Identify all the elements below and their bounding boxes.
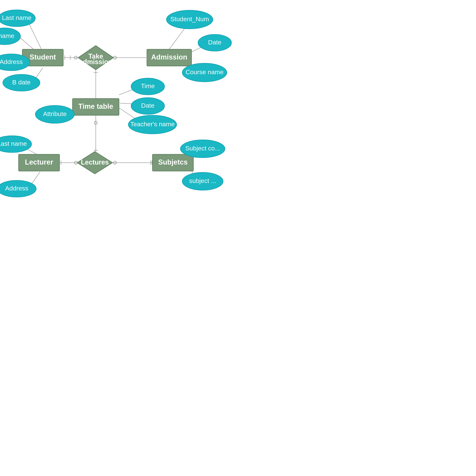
entity-subjetcs-label: Subjetcs [158,158,187,166]
relationship-lectures-label: Lectures [81,158,109,166]
attr-subject-code-label: Subject co... [185,145,220,152]
attr-date-top-label: Date [208,39,221,46]
relationship-take-admission-label2: admission [79,58,112,66]
er-diagram: Student Admission Time table Lecturer Su… [0,0,476,476]
entity-student-label: Student [30,53,56,61]
attr-f-name-label: f name [0,32,14,39]
attr-teachers-name-label: Teacher's name [130,120,175,128]
attr-time-label: Time [141,82,155,89]
attr-address-bot-label: Address [5,185,28,192]
attr-course-name-label: Course name [186,68,223,75]
entity-timetable-label: Time table [78,102,113,110]
attr-b-date-label: B date [12,79,31,86]
attr-last-name-top-label: Last name [2,14,32,21]
attr-last-name-bot-label: Last name [0,140,27,147]
attr-address-top-label: Address [0,58,23,65]
attr-date-label: Date [141,102,154,109]
attr-attribute-label: Attribute [43,110,67,117]
attr-student-num-label: Student_Num [170,16,209,22]
entity-lecturer-label: Lecturer [25,158,53,166]
entity-admission-label: Admission [151,53,187,61]
attr-subject-label: subject ... [189,177,216,184]
